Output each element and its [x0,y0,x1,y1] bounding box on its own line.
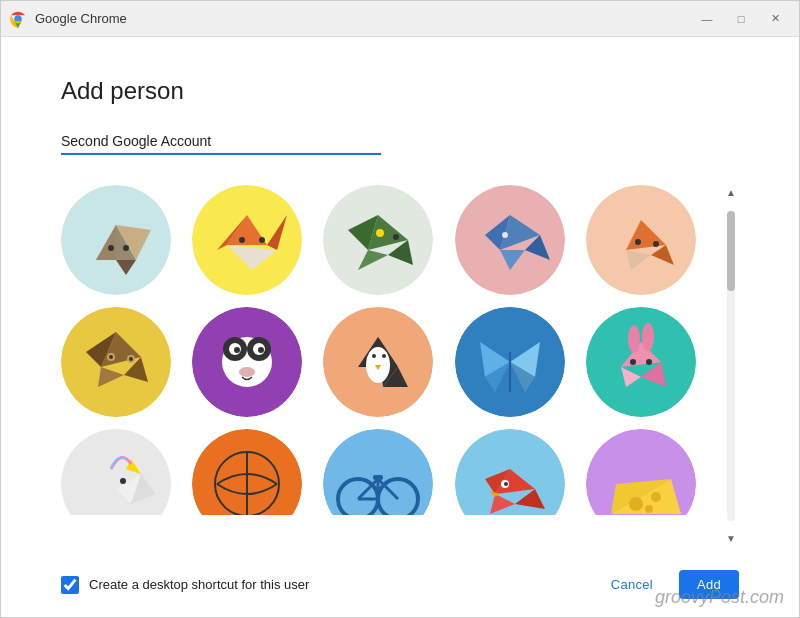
svg-point-50 [258,347,264,353]
avatar-penguin[interactable] [323,307,433,417]
avatar-bird[interactable] [455,429,565,515]
avatar-grid [61,175,715,515]
svg-rect-92 [373,475,383,480]
svg-point-32 [635,239,641,245]
svg-point-27 [502,232,508,238]
svg-point-49 [234,347,240,353]
avatar-fox2[interactable] [586,185,696,295]
add-button[interactable]: Add [679,570,739,599]
scrollbar: ▲ ▼ [715,175,739,546]
svg-point-51 [239,367,255,377]
avatar-basketball[interactable] [192,429,302,515]
avatar-unicorn[interactable] [61,429,171,515]
name-input-container [61,129,381,155]
svg-point-33 [653,241,659,247]
cancel-button[interactable]: Cancel [593,570,671,599]
name-input[interactable] [61,129,381,155]
avatar-bicycle[interactable] [323,429,433,515]
avatar-elephant[interactable] [455,185,565,295]
checkbox-row: Create a desktop shortcut for this user [61,576,309,594]
avatar-fox[interactable] [192,185,302,295]
svg-point-21 [393,234,399,240]
scrollbar-thumb[interactable] [727,211,735,291]
svg-point-99 [504,482,508,486]
scroll-down-button[interactable]: ▼ [723,531,739,547]
desktop-shortcut-checkbox[interactable] [61,576,79,594]
svg-point-42 [129,357,133,361]
svg-point-81 [120,478,126,484]
svg-point-41 [109,355,113,359]
avatar-area: ▲ ▼ [61,175,739,546]
titlebar: Google Chrome — □ ✕ [1,1,799,37]
scrollbar-track [727,211,735,521]
titlebar-title: Google Chrome [35,11,127,26]
bottom-area: Create a desktop shortcut for this user … [61,562,739,599]
avatar-rabbit[interactable] [586,307,696,417]
avatar-monkey[interactable] [61,307,171,417]
avatar-cat[interactable] [61,185,171,295]
titlebar-controls: — □ ✕ [691,5,791,33]
svg-point-73 [642,323,654,351]
avatar-grid-wrapper [61,175,715,546]
page-title: Add person [61,77,739,105]
svg-point-105 [629,497,643,511]
svg-point-107 [645,505,653,513]
main-content: Add person [1,37,799,618]
avatar-dragon[interactable] [323,185,433,295]
svg-point-72 [628,325,640,353]
buttons-row: Cancel Add [593,570,739,599]
minimize-button[interactable]: — [691,5,723,33]
chrome-logo-icon [9,10,27,28]
svg-point-6 [108,245,114,251]
avatar-panda[interactable] [192,307,302,417]
svg-point-20 [376,229,384,237]
svg-point-60 [382,354,386,358]
avatar-cheese[interactable] [586,429,696,515]
svg-point-7 [123,245,129,251]
titlebar-left: Google Chrome [9,10,127,28]
checkbox-label: Create a desktop shortcut for this user [89,577,309,592]
maximize-button[interactable]: □ [725,5,757,33]
svg-point-59 [372,354,376,358]
scroll-up-button[interactable]: ▲ [723,185,739,201]
svg-point-75 [646,359,652,365]
svg-point-74 [630,359,636,365]
svg-point-14 [259,237,265,243]
svg-point-106 [651,492,661,502]
avatar-butterfly[interactable] [455,307,565,417]
close-button[interactable]: ✕ [759,5,791,33]
svg-point-13 [239,237,245,243]
